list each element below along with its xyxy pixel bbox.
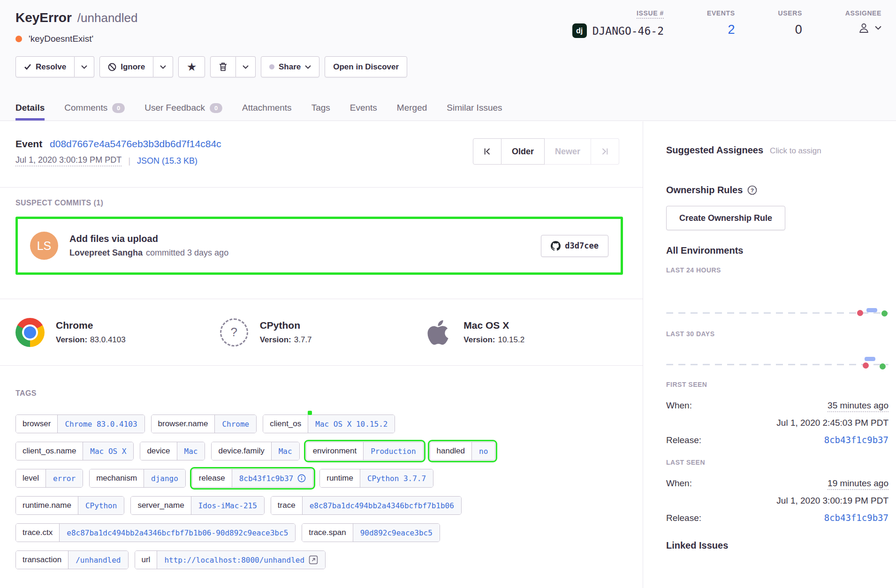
delete-button[interactable] xyxy=(210,56,236,77)
tag-key: trace xyxy=(271,497,302,514)
first-seen-release-link[interactable]: 8cb43f1c9b37 xyxy=(824,435,888,445)
commit-sha-button[interactable]: d3d7cee xyxy=(541,235,608,257)
sparkline-baseline xyxy=(666,364,888,365)
suspect-commit-row: LS Add files via upload Lovepreet Sangha… xyxy=(15,217,623,275)
tag-key: mechanism xyxy=(90,469,144,487)
tag-value: Mac xyxy=(177,442,205,460)
tag-row: trace.ctxe8c87ba1dc494bb2a4346bcfbf7b1b0… xyxy=(15,523,627,542)
tag-value: http://localhost:8000/unhandled xyxy=(164,556,304,565)
tag-key: device.family xyxy=(212,442,271,460)
create-ownership-rule-button[interactable]: Create Ownership Rule xyxy=(666,206,785,230)
tag-browser-name[interactable]: browser.nameChrome xyxy=(151,415,257,433)
last-seen-release-link[interactable]: 8cb43f1c9b37 xyxy=(824,513,888,523)
tab-tags[interactable]: Tags xyxy=(311,103,330,121)
external-link-icon[interactable] xyxy=(309,555,318,565)
error-level-dot-icon xyxy=(15,36,22,42)
ignore-button[interactable]: Ignore xyxy=(99,56,153,77)
issue-message: 'keyDoesntExist' xyxy=(29,34,93,44)
resolve-button[interactable]: Resolve xyxy=(15,56,75,77)
resolve-dropdown-button[interactable] xyxy=(75,56,94,77)
event-timestamp[interactable]: Jul 1, 2020 3:00:19 PM PDT xyxy=(15,155,121,166)
context-browser: Chrome Version:83.0.4103 xyxy=(15,318,220,347)
oldest-event-button[interactable] xyxy=(473,138,501,165)
event-details-main: Event d08d7667e4a5476eb3b3db6d7f14c84c J… xyxy=(0,121,643,588)
bookmark-star-button[interactable]: ★ xyxy=(178,56,205,77)
tag-key: runtime xyxy=(320,469,360,487)
tag-trace-span[interactable]: trace.span90d892c9eace3bc5 xyxy=(302,523,440,542)
tab-similar-issues[interactable]: Similar Issues xyxy=(447,103,502,121)
separator: | xyxy=(128,156,130,166)
create-rule-label: Create Ownership Rule xyxy=(679,213,772,223)
newest-event-button[interactable] xyxy=(591,138,619,165)
tag-runtime-name[interactable]: runtime.nameCPython xyxy=(15,496,124,515)
tag-level[interactable]: levelerror xyxy=(15,469,83,488)
tag-value: no xyxy=(471,442,495,460)
tag-client-os[interactable]: client_osMac OS X 10.15.2 xyxy=(263,415,395,433)
tag-value: e8c87ba1dc494bb2a4346bcfbf7b1b06-90d892c… xyxy=(59,524,295,542)
newer-event-button[interactable]: Newer xyxy=(545,138,591,165)
tag-key: trace.span xyxy=(302,524,352,542)
ignore-dropdown-button[interactable] xyxy=(153,56,173,77)
issue-short-id[interactable]: dj DJANGO-46-2 xyxy=(572,23,664,38)
tag-trace[interactable]: tracee8c87ba1dc494bb2a4346bcfbf7b1b06 xyxy=(271,496,462,515)
tag-environment[interactable]: environmentProduction xyxy=(306,442,424,460)
older-event-button[interactable]: Older xyxy=(501,138,545,165)
tab-label: Details xyxy=(15,103,45,113)
spark-green-dot xyxy=(881,310,888,317)
tab-comments[interactable]: Comments0 xyxy=(64,103,125,121)
tag-value: e8c87ba1dc494bb2a4346bcfbf7b1b06 xyxy=(302,497,461,514)
ignore-label: Ignore xyxy=(121,62,145,72)
question-circle-icon[interactable]: ? xyxy=(747,185,757,195)
assignee-dropdown[interactable] xyxy=(858,22,881,34)
delete-dropdown-button[interactable] xyxy=(236,56,256,77)
tag-transaction[interactable]: transaction/unhandled xyxy=(15,550,129,569)
tag-release[interactable]: release8cb43f1c9b37 xyxy=(192,469,313,488)
tag-trace-ctx[interactable]: trace.ctxe8c87ba1dc494bb2a4346bcfbf7b1b0… xyxy=(15,523,296,542)
unknown-runtime-icon: ? xyxy=(220,318,248,347)
event-json-link[interactable]: JSON (15.3 KB) xyxy=(137,156,197,166)
tag-browser[interactable]: browserChrome 83.0.4103 xyxy=(15,415,145,433)
tab-label: Similar Issues xyxy=(447,103,502,113)
tag-handled[interactable]: handledno xyxy=(430,442,496,460)
tag-mechanism[interactable]: mechanismdjango xyxy=(89,469,186,488)
share-button[interactable]: Share xyxy=(261,56,319,77)
context-os: Mac OS X Version:10.15.2 xyxy=(423,318,627,347)
last-seen-relative-time[interactable]: 19 minutes ago xyxy=(828,478,888,490)
tag-server-name[interactable]: server_nameIdos-iMac-215 xyxy=(130,496,264,515)
users-count[interactable]: 0 xyxy=(795,23,802,37)
tab-user-feedback[interactable]: User Feedback0 xyxy=(144,103,222,121)
click-to-assign-hint[interactable]: Click to assign xyxy=(770,146,821,156)
tab-merged[interactable]: Merged xyxy=(397,103,427,121)
trash-icon xyxy=(219,62,227,71)
tag-runtime[interactable]: runtimeCPython 3.7.7 xyxy=(319,469,433,488)
tab-attachments[interactable]: Attachments xyxy=(242,103,292,121)
sparkline-baseline xyxy=(666,312,888,314)
issue-toolbar: Resolve Ignore ★ xyxy=(15,56,896,77)
older-label: Older xyxy=(512,147,534,157)
tag-url[interactable]: urlhttp://localhost:8000/unhandled xyxy=(135,550,326,569)
tag-device-family[interactable]: device.familyMac xyxy=(211,442,299,460)
tag-device[interactable]: deviceMac xyxy=(140,442,205,460)
tag-key: release xyxy=(192,469,232,487)
commit-time: committed 3 days ago xyxy=(146,248,228,257)
first-seen-date: Jul 1, 2020 2:45:03 PM PDT xyxy=(666,418,888,428)
events-sparkline-30d xyxy=(666,361,888,368)
open-in-discover-button[interactable]: Open in Discover xyxy=(325,56,407,77)
tag-value: django xyxy=(144,469,185,487)
star-icon: ★ xyxy=(187,62,196,72)
issue-number-label[interactable]: ISSUE # xyxy=(637,9,664,19)
tab-details[interactable]: Details xyxy=(15,103,45,121)
info-icon[interactable] xyxy=(297,474,306,482)
events-count[interactable]: 2 xyxy=(728,23,735,37)
event-id-link[interactable]: d08d7667e4a5476eb3b3db6d7f14c84c xyxy=(50,138,221,149)
tab-events[interactable]: Events xyxy=(350,103,377,121)
version-label: Version: xyxy=(56,335,87,344)
tag-value: Chrome xyxy=(214,415,256,433)
tab-label: Attachments xyxy=(242,103,292,113)
stat-issue-number: ISSUE # dj DJANGO-46-2 xyxy=(572,9,664,38)
tag-client-os-name[interactable]: client_os.nameMac OS X xyxy=(15,442,134,460)
tag-value: 8cb43f1c9b37 xyxy=(239,474,294,483)
version-value: 83.0.4103 xyxy=(90,335,126,344)
version-label: Version: xyxy=(463,335,495,344)
first-seen-relative-time[interactable]: 35 minutes ago xyxy=(828,400,888,412)
